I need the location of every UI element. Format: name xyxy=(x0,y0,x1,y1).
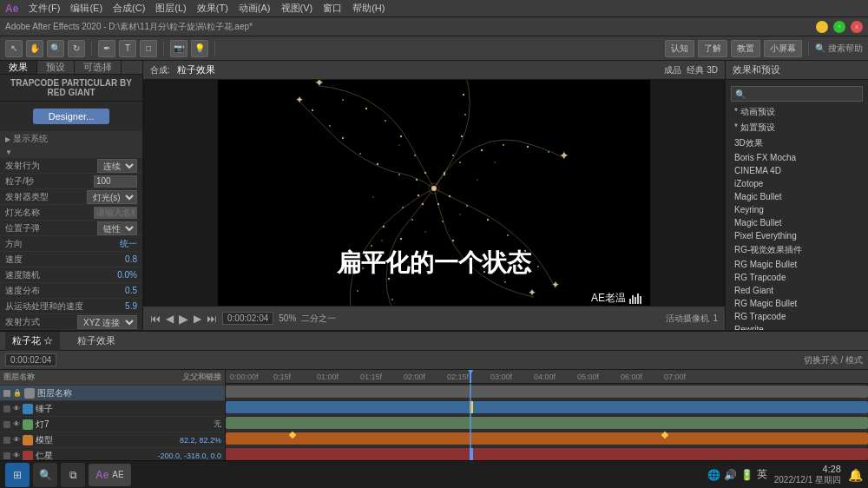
light-name-input[interactable] xyxy=(94,207,137,219)
text-tool[interactable]: T xyxy=(119,40,136,57)
emitter-type-select[interactable]: 灯光(s) xyxy=(87,190,137,204)
task-view[interactable]: ⧉ xyxy=(61,463,85,487)
vel-dist-value[interactable]: 0.5 xyxy=(102,286,137,295)
vel-random-value[interactable]: 0.0% xyxy=(102,270,137,280)
menu-window[interactable]: 窗口 xyxy=(323,2,342,15)
right-effect-item-6[interactable]: Magic Bullet xyxy=(731,190,863,203)
svg-point-19 xyxy=(487,219,489,221)
right-effect-item-11[interactable]: RG Magic Bullet xyxy=(731,258,863,271)
svg-point-41 xyxy=(371,245,372,247)
particles-sec-input[interactable] xyxy=(94,175,137,188)
toggle-mode-btn[interactable]: 切换开关 / 模式 xyxy=(804,354,863,366)
right-effect-item-8[interactable]: Magic Bullet xyxy=(731,216,863,229)
emit-dir-select[interactable]: XYZ 连接 xyxy=(77,315,137,329)
prev-frame-btn[interactable]: ◀ xyxy=(166,313,174,325)
layout-btn-2[interactable]: 经典 3D xyxy=(687,64,718,76)
right-effect-item-9[interactable]: Pixel Everything xyxy=(731,229,863,242)
preview-area[interactable]: ✦ ✦ xyxy=(143,80,725,306)
timeline-tab-1[interactable]: 粒子花 ☆ xyxy=(5,332,60,351)
next-frame-btn[interactable]: ▶ xyxy=(194,313,201,325)
layer-visibility-1[interactable] xyxy=(3,390,10,397)
layer-row-3[interactable]: 👁 灯7 无 xyxy=(0,417,225,432)
display-system-section[interactable]: ▶ 显示系统 xyxy=(0,131,142,147)
render-btn[interactable]: 认知 xyxy=(665,40,694,57)
right-effect-item-0[interactable]: * 动画预设 xyxy=(731,104,863,120)
ae-taskbar-app[interactable]: Ae AE xyxy=(89,464,131,486)
notification-icon[interactable]: 🔔 xyxy=(848,468,863,482)
layer-color-5 xyxy=(23,451,33,461)
right-effect-item-5[interactable]: iZotope xyxy=(731,177,863,190)
triangle-icon-2: ▼ xyxy=(5,148,12,156)
motion-vel-value[interactable]: 5.9 xyxy=(102,301,137,311)
menu-help[interactable]: 帮助(H) xyxy=(352,2,385,15)
close-btn[interactable]: x xyxy=(851,21,863,33)
preview-btn[interactable]: 了解 xyxy=(698,40,727,57)
direction-label: 方向 xyxy=(5,238,99,250)
right-effect-item-14[interactable]: RG Magic Bullet xyxy=(731,297,863,310)
right-effect-item-3[interactable]: Boris FX Mocha xyxy=(731,151,863,164)
emit-behavior-select[interactable]: 连续 xyxy=(97,159,137,173)
select-tool[interactable]: ↖ xyxy=(5,40,23,57)
motion-blur-btn[interactable]: 活动摄像机 xyxy=(666,313,709,325)
layer-color-2 xyxy=(23,404,33,414)
pos-subframe-select[interactable]: 链性 xyxy=(97,221,137,235)
menu-anim[interactable]: 动画(A) xyxy=(239,2,271,15)
layout-btn-1[interactable]: 成品 xyxy=(664,64,681,76)
tab-selectable[interactable]: 可选择 xyxy=(75,61,122,74)
menu-file[interactable]: 文件(F) xyxy=(29,2,60,15)
menu-edit[interactable]: 编辑(E) xyxy=(70,2,102,15)
layer-row-2[interactable]: 👁 锤子 xyxy=(0,401,225,417)
last-frame-btn[interactable]: ⏭ xyxy=(207,313,217,325)
right-effect-item-12[interactable]: RG Trapcode xyxy=(731,271,863,284)
ruler-time-2: 01:00f xyxy=(317,373,339,381)
hand-tool[interactable]: ✋ xyxy=(26,40,43,57)
preview-zoom[interactable]: 50% xyxy=(279,313,296,323)
right-effect-item-10[interactable]: RG-视觉效果插件 xyxy=(731,242,863,258)
smallscreen-btn[interactable]: 小屏幕 xyxy=(764,40,802,57)
zoom-tool[interactable]: 🔍 xyxy=(47,40,64,57)
right-effect-item-2[interactable]: 3D效果 xyxy=(731,135,863,151)
right-effect-item-7[interactable]: Keyring xyxy=(731,203,863,216)
timeline-tab-2[interactable]: 粒子效果 xyxy=(70,332,122,351)
minimize-btn[interactable]: - xyxy=(816,21,828,33)
maximize-btn[interactable]: + xyxy=(833,21,845,33)
right-effect-item-16[interactable]: Rewrite xyxy=(731,323,863,330)
layer-row-1[interactable]: 🔒 图层名称 xyxy=(0,386,225,401)
light-tool[interactable]: 💡 xyxy=(191,40,208,57)
play-btn[interactable]: ⏮ xyxy=(150,313,161,325)
camera-tool[interactable]: 📷 xyxy=(170,40,187,57)
search-taskbar[interactable]: 🔍 xyxy=(33,463,57,487)
right-effect-item-15[interactable]: RG Trapcode xyxy=(731,310,863,323)
layer-visibility-2[interactable] xyxy=(3,406,10,412)
layer-visibility-3[interactable] xyxy=(3,421,10,428)
settings-btn[interactable]: 教置 xyxy=(731,40,760,57)
layer-visibility-5[interactable] xyxy=(3,452,10,459)
svg-point-49 xyxy=(483,271,485,273)
tab-effect[interactable]: 效果 xyxy=(0,61,37,74)
svg-point-62 xyxy=(477,179,478,181)
emit-behavior-section[interactable]: ▼ xyxy=(0,147,142,158)
play-pause-btn[interactable]: ▶ xyxy=(179,312,188,326)
toolbar-divider-2 xyxy=(163,41,164,56)
shape-tool[interactable]: □ xyxy=(140,40,157,57)
menu-view[interactable]: 视图(V) xyxy=(281,2,313,15)
right-effect-item-4[interactable]: CINEMA 4D xyxy=(731,164,863,177)
designer-button[interactable]: Designer... xyxy=(33,109,110,124)
menu-effect[interactable]: 效果(T) xyxy=(197,2,228,15)
velocity-value[interactable]: 0.8 xyxy=(102,254,137,264)
pen-tool[interactable]: ✒ xyxy=(98,40,115,57)
effects-search-input[interactable] xyxy=(731,86,863,102)
right-effect-item-13[interactable]: Red Giant xyxy=(731,284,863,297)
preview-fraction[interactable]: 二分之一 xyxy=(301,313,336,325)
layer-row-4[interactable]: 👁 模型 82.2, 82.2% xyxy=(0,432,225,448)
right-effect-item-1[interactable]: * 如置预设 xyxy=(731,120,863,135)
layer-visibility-4[interactable] xyxy=(3,437,10,444)
rotate-tool[interactable]: ↻ xyxy=(68,40,85,57)
menu-comp[interactable]: 合成(C) xyxy=(113,2,145,15)
view-mode-btn[interactable]: 1 xyxy=(713,313,718,323)
tab-preset[interactable]: 预设 xyxy=(37,61,75,74)
search-btn[interactable]: 🔍 搜索帮助 xyxy=(815,43,863,55)
layer-color-3 xyxy=(23,419,33,430)
start-button[interactable]: ⊞ xyxy=(5,463,30,487)
menu-layer[interactable]: 图层(L) xyxy=(155,2,186,15)
